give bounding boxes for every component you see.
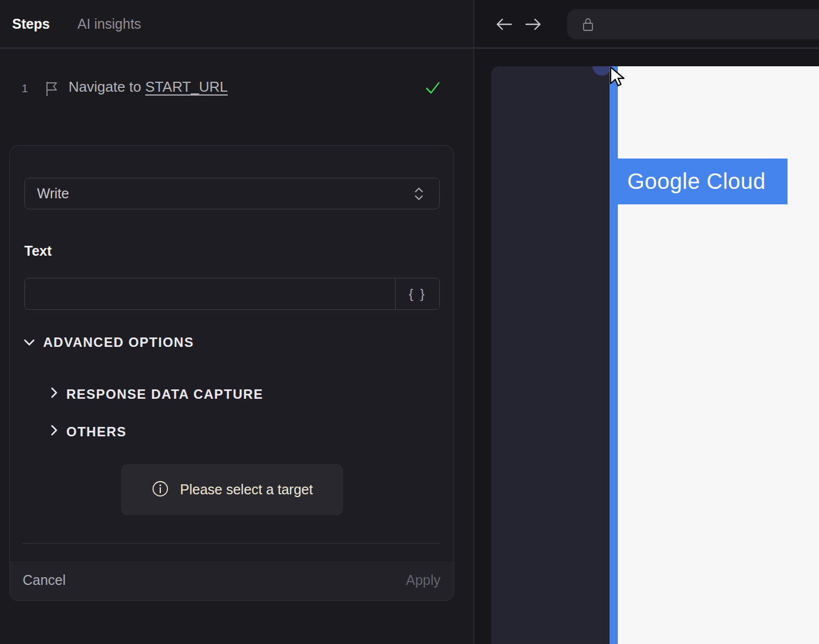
chevron-updown-icon <box>413 186 425 202</box>
step-number: 1 <box>22 82 28 95</box>
response-data-capture-label: RESPONSE DATA CAPTURE <box>66 387 263 402</box>
text-field-label: Text <box>24 243 52 259</box>
expression-button[interactable]: { } <box>395 278 439 309</box>
text-input[interactable] <box>25 278 395 309</box>
apply-button[interactable]: Apply <box>406 572 440 588</box>
lock-icon <box>581 16 595 33</box>
app-window: Steps AI insights 1 Navigate to START_UR… <box>0 0 819 644</box>
selection-highlight-strip <box>610 66 618 644</box>
response-data-capture-toggle[interactable]: RESPONSE DATA CAPTURE <box>50 386 263 403</box>
card-divider <box>23 543 441 543</box>
step-editor-card: Write Text { } ADVA <box>9 145 454 601</box>
cursor-icon <box>609 66 631 93</box>
tab-steps[interactable]: Steps <box>12 16 50 32</box>
others-label: OTHERS <box>66 424 127 440</box>
step-item[interactable]: 1 Navigate to START_URL <box>0 77 474 106</box>
select-target-notice: Please select a target <box>121 464 343 515</box>
step-label: Navigate to START_URL <box>69 78 228 96</box>
address-bar[interactable] <box>567 9 819 39</box>
browser-topbar <box>475 0 819 49</box>
advanced-options-label: ADVANCED OPTIONS <box>43 335 194 350</box>
tab-ai-insights[interactable]: AI insights <box>77 16 141 32</box>
back-arrow-icon[interactable] <box>495 16 513 35</box>
cancel-button[interactable]: Cancel <box>23 572 66 588</box>
left-topbar: Steps AI insights <box>0 0 474 49</box>
chevron-down-icon <box>23 335 35 350</box>
preview-dark-pane <box>491 66 610 644</box>
others-toggle[interactable]: OTHERS <box>50 424 127 440</box>
flag-icon <box>44 81 60 99</box>
chevron-right-icon <box>50 386 59 403</box>
highlighted-element[interactable]: Google Cloud <box>610 159 788 204</box>
highlighted-element-label: Google Cloud <box>610 169 766 194</box>
page-preview[interactable]: Google Cloud <box>475 66 819 644</box>
forward-arrow-icon[interactable] <box>524 16 543 35</box>
advanced-options-toggle[interactable]: ADVANCED OPTIONS <box>23 335 194 350</box>
steps-panel: Steps AI insights 1 Navigate to START_UR… <box>0 0 474 644</box>
check-icon <box>423 78 442 99</box>
step-target-link[interactable]: START_URL <box>145 78 228 95</box>
select-target-notice-text: Please select a target <box>180 482 313 498</box>
preview-page-body <box>618 66 819 644</box>
text-input-group: { } <box>24 278 440 310</box>
browser-section: Google Cloud <box>475 0 819 644</box>
step-action-text: Navigate to <box>69 78 145 95</box>
info-icon <box>151 480 169 500</box>
card-footer: Cancel Apply <box>10 562 454 600</box>
chevron-right-icon <box>50 424 59 440</box>
action-select-value: Write <box>25 186 413 202</box>
action-select[interactable]: Write <box>24 178 440 209</box>
